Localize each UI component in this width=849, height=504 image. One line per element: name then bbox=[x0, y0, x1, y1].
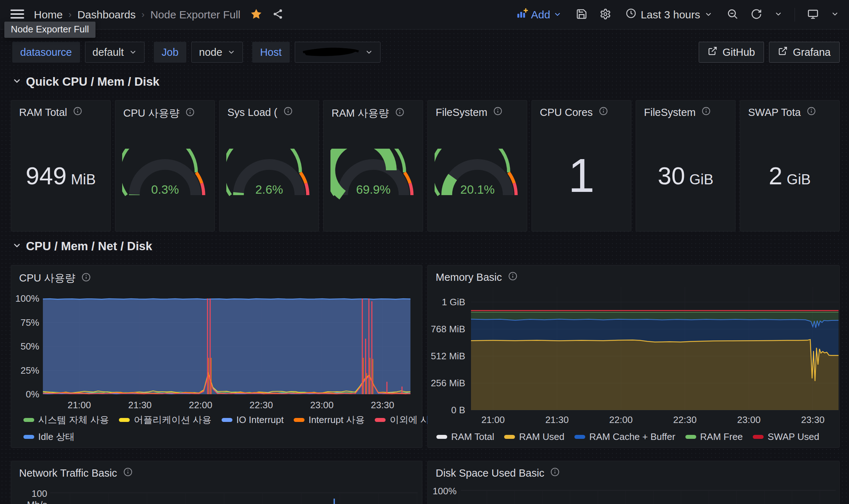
chevron-down-icon bbox=[554, 9, 561, 21]
info-icon[interactable] bbox=[185, 107, 195, 120]
y-axis-tick-label: 768 MiB bbox=[431, 324, 465, 334]
panel-title: RAM Total bbox=[19, 106, 83, 118]
legend-swatch bbox=[294, 418, 305, 422]
panel-title-text: Disk Space Used Basic bbox=[436, 467, 544, 479]
share-icon bbox=[272, 8, 284, 21]
legend-item[interactable]: Interrupt 사용 bbox=[294, 414, 365, 426]
gauge-value: 20.1% bbox=[460, 183, 495, 196]
stat-number: 949 bbox=[26, 162, 66, 190]
memory-basic-chart[interactable]: 1 GiB768 MiB512 MiB256 MiB0 B21:0021:302… bbox=[428, 265, 839, 447]
stat-unit: MiB bbox=[71, 171, 96, 188]
stat-unit: GiB bbox=[787, 171, 811, 188]
variable-value-dropdown[interactable]: node bbox=[191, 42, 243, 63]
legend-item[interactable]: 시스템 자체 사용 bbox=[23, 414, 109, 426]
panel-title-text: CPU Cores bbox=[540, 107, 593, 118]
info-icon[interactable] bbox=[493, 106, 503, 118]
info-icon[interactable] bbox=[73, 106, 83, 118]
stat-value-area: 69.9% bbox=[324, 126, 423, 225]
stat-value-area: 949MiB bbox=[11, 126, 110, 225]
y-axis-tick-label: 0 B bbox=[451, 405, 465, 415]
external-link-icon bbox=[778, 46, 788, 58]
gauge: 69.9% bbox=[330, 149, 416, 202]
dashboard-settings-button[interactable] bbox=[600, 8, 611, 21]
legend-swatch bbox=[574, 435, 585, 439]
panel-title-text: Sys Load ( bbox=[227, 107, 277, 118]
refresh-interval-dropdown[interactable] bbox=[774, 10, 782, 19]
info-icon[interactable] bbox=[123, 467, 133, 480]
variable-host: Host bbox=[252, 42, 381, 63]
info-icon[interactable] bbox=[508, 271, 518, 284]
stat-value-area: 1 bbox=[532, 126, 631, 225]
link-button-label: Grafana bbox=[793, 46, 831, 58]
info-icon[interactable] bbox=[806, 106, 816, 118]
legend-swatch bbox=[436, 435, 447, 439]
breadcrumb-home[interactable]: Home bbox=[34, 9, 63, 21]
panel-title-text: FileSystem bbox=[436, 107, 487, 118]
legend-label: RAM Used bbox=[519, 431, 564, 442]
menu-toggle-button[interactable] bbox=[10, 9, 25, 20]
link-button-grafana[interactable]: Grafana bbox=[769, 42, 840, 63]
legend-label: IO Interrupt bbox=[236, 414, 284, 426]
info-icon[interactable] bbox=[701, 106, 711, 118]
gauge: 20.1% bbox=[435, 149, 520, 202]
quick-stats-row: RAM Total949MiBCPU 사용량0.3%Sys Load (2.6%… bbox=[11, 100, 840, 231]
panel-title-text: FileSystem bbox=[644, 107, 695, 118]
navbar-more-dropdown[interactable] bbox=[831, 10, 839, 19]
legend-item[interactable]: RAM Used bbox=[504, 431, 564, 442]
info-icon[interactable] bbox=[395, 107, 405, 120]
breadcrumb-current: Node Exporter Full bbox=[150, 9, 240, 21]
add-panel-button[interactable]: Add bbox=[514, 7, 564, 22]
legend-swatch bbox=[119, 418, 130, 422]
zoom-out-button[interactable] bbox=[727, 8, 738, 21]
link-button-github[interactable]: GitHub bbox=[699, 42, 764, 63]
y-axis-tick-label: 50% bbox=[21, 341, 39, 352]
legend-item[interactable]: IO Interrupt bbox=[222, 414, 284, 426]
panel-memory-basic-chart: Memory Basic 1 GiB768 MiB512 MiB256 MiB0… bbox=[427, 265, 840, 448]
info-icon[interactable] bbox=[81, 272, 91, 285]
x-axis-tick-label: 23:00 bbox=[737, 414, 761, 425]
memory-chart-legend: RAM TotalRAM UsedRAM Cache + BufferRAM F… bbox=[436, 431, 819, 442]
variable-label: datasource bbox=[12, 42, 80, 63]
gauge-value: 69.9% bbox=[356, 183, 391, 196]
legend-item[interactable]: RAM Free bbox=[685, 431, 743, 442]
refresh-button[interactable] bbox=[751, 8, 762, 21]
section-quick-cpu-mem-disk[interactable]: Quick CPU / Mem / Disk bbox=[12, 75, 159, 89]
y-axis-tick-label: 1 GiB bbox=[442, 297, 465, 307]
save-dashboard-button[interactable] bbox=[576, 8, 587, 21]
external-link-icon bbox=[708, 46, 717, 58]
legend-item[interactable]: RAM Total bbox=[436, 431, 494, 442]
x-axis-tick-label: 21:30 bbox=[545, 414, 569, 425]
panel-title-text: Memory Basic bbox=[436, 271, 502, 283]
panel-title-text: CPU 사용량 bbox=[19, 271, 75, 285]
breadcrumb-separator: › bbox=[68, 9, 72, 20]
stat-panel-7: SWAP Tota2GiB bbox=[740, 100, 840, 231]
favorite-star-button[interactable] bbox=[250, 8, 263, 22]
section-cpu-mem-net-disk[interactable]: CPU / Mem / Net / Disk bbox=[12, 239, 152, 253]
stat-value-area: 2.6% bbox=[219, 126, 319, 225]
share-button[interactable] bbox=[272, 8, 284, 21]
panel-title: CPU 사용량 bbox=[123, 106, 195, 121]
legend-item[interactable]: RAM Cache + Buffer bbox=[574, 431, 675, 442]
variable-value-dropdown[interactable] bbox=[295, 42, 381, 63]
legend-item[interactable]: SWAP Used bbox=[753, 431, 819, 442]
stat-value: 30GiB bbox=[658, 162, 713, 190]
chevron-down-icon bbox=[12, 241, 22, 252]
panel-title-text: CPU 사용량 bbox=[123, 106, 179, 121]
variable-value-dropdown[interactable]: default bbox=[85, 42, 145, 63]
monitor-icon bbox=[807, 8, 819, 21]
legend-label: 시스템 자체 사용 bbox=[38, 414, 109, 426]
kiosk-mode-button[interactable] bbox=[807, 8, 819, 21]
time-range-picker[interactable]: Last 3 hours bbox=[623, 8, 715, 22]
info-icon[interactable] bbox=[283, 106, 293, 118]
variable-label: Host bbox=[252, 42, 290, 63]
stat-value-area: 20.1% bbox=[428, 126, 527, 225]
legend-item[interactable]: 어플리케이션 사용 bbox=[119, 414, 211, 426]
legend-label: RAM Cache + Buffer bbox=[589, 431, 675, 442]
panel-title: Memory Basic bbox=[436, 271, 518, 284]
breadcrumb-dashboards[interactable]: Dashboards bbox=[77, 9, 136, 21]
info-icon[interactable] bbox=[599, 106, 608, 118]
panel-title: RAM 사용량 bbox=[332, 106, 405, 121]
gauge: 0.3% bbox=[122, 149, 208, 202]
info-icon[interactable] bbox=[550, 467, 560, 480]
legend-item[interactable]: Idle 상태 bbox=[23, 431, 75, 443]
